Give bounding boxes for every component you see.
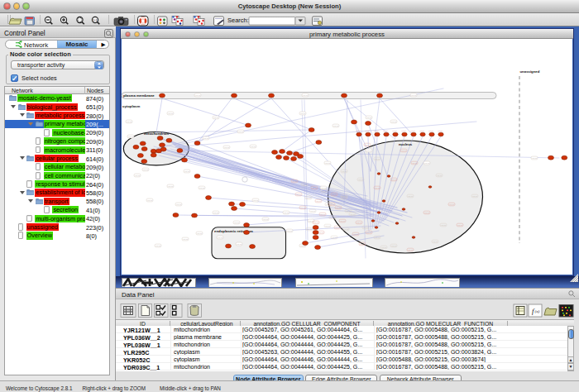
svg-text:Yxx xx: Yxx xx <box>401 150 407 151</box>
svg-text:Yxx xx: Yxx xx <box>366 232 372 233</box>
svg-text:Yxx xx: Yxx xx <box>342 195 347 197</box>
svg-text:Yxx xx: Yxx xx <box>195 94 201 96</box>
svg-text:Yxx xx: Yxx xx <box>366 117 372 118</box>
svg-text:Yxx xx: Yxx xx <box>340 220 346 222</box>
svg-text:Yxx xx: Yxx xx <box>302 184 308 185</box>
svg-text:Yxxxx: Yxxxx <box>383 130 389 131</box>
svg-text:Search:: Search: <box>227 17 249 24</box>
svg-text:Yxx xx: Yxx xx <box>358 179 364 180</box>
svg-text:Yxx xx: Yxx xx <box>412 162 418 164</box>
svg-text:Yxx xx: Yxx xx <box>391 121 397 122</box>
svg-text:Yxx xx: Yxx xx <box>321 187 327 189</box>
svg-text:Yxx xx: Yxx xx <box>391 245 397 246</box>
svg-text:Yxx xx: Yxx xx <box>263 218 269 220</box>
svg-text:Yxx xx: Yxx xx <box>457 224 463 226</box>
svg-text:Yxx xx: Yxx xx <box>408 249 414 251</box>
svg-text:Yxx xx: Yxx xx <box>128 136 134 137</box>
svg-text:(x): (x) <box>535 309 540 313</box>
svg-text:Yxx xx: Yxx xx <box>316 200 322 202</box>
svg-text:Yxx xx: Yxx xx <box>287 230 293 232</box>
svg-text:unassigned: unassigned <box>520 69 540 74</box>
svg-text:cytoplasm: cytoplasm <box>122 104 140 108</box>
svg-text:Yxx xx: Yxx xx <box>330 217 336 218</box>
svg-text:Yxx xx: Yxx xx <box>199 187 205 189</box>
svg-text:Yxx xx: Yxx xx <box>300 207 306 208</box>
svg-text:Yxxxx: Yxxxx <box>428 130 434 131</box>
svg-text:Yxx xx: Yxx xx <box>363 227 369 228</box>
svg-text:Yxx xx: Yxx xx <box>237 243 242 245</box>
svg-text:Yxx xx: Yxx xx <box>318 232 324 233</box>
svg-text:Yxx xx: Yxx xx <box>441 224 447 226</box>
svg-text:Yxx xx: Yxx xx <box>313 222 319 223</box>
svg-text:Yxx xx: Yxx xx <box>284 212 290 213</box>
svg-text:Yxx xx: Yxx xx <box>310 210 316 212</box>
svg-text:Yxx xx: Yxx xx <box>360 243 366 245</box>
svg-text:Yxxxx: Yxxxx <box>392 130 398 131</box>
svg-text:Yxx xx: Yxx xx <box>143 169 149 170</box>
svg-text:Yxx xx: Yxx xx <box>472 195 478 197</box>
svg-text:Yxx xx: Yxx xx <box>366 150 372 151</box>
svg-text:Yxx xx: Yxx xx <box>342 170 347 172</box>
svg-text:Yxx xx: Yxx xx <box>320 213 326 215</box>
svg-text:Yxx xx: Yxx xx <box>449 203 455 205</box>
svg-text:Yxxxx: Yxxxx <box>438 130 443 131</box>
svg-text:Yxx xx: Yxx xx <box>375 158 380 160</box>
svg-text:mitochondrion: mitochondrion <box>144 131 169 136</box>
svg-text:Yxx xx: Yxx xx <box>292 180 298 182</box>
svg-text:Yxx xx: Yxx xx <box>346 210 352 212</box>
svg-text:Yxx xx: Yxx xx <box>300 112 306 114</box>
svg-text:Yxx xx: Yxx xx <box>253 199 259 201</box>
svg-text:Yxx xx: Yxx xx <box>343 228 349 230</box>
svg-text:Yxx xx: Yxx xx <box>234 222 240 223</box>
svg-text:Yxx xx: Yxx xx <box>329 203 335 205</box>
svg-text:Yxx xx: Yxx xx <box>353 233 359 235</box>
svg-text:Yxx xx: Yxx xx <box>127 121 132 122</box>
svg-text:Yxx xx: Yxx xx <box>381 246 387 248</box>
svg-text:Yxx xx: Yxx xx <box>183 238 189 240</box>
svg-text:Yxx xx: Yxx xx <box>176 203 182 205</box>
svg-text:Yxx xx: Yxx xx <box>332 194 337 195</box>
svg-text:Yxx xx: Yxx xx <box>356 222 362 223</box>
svg-text:Yxx xx: Yxx xx <box>296 194 302 195</box>
svg-text:Yxx xx: Yxx xx <box>433 241 438 242</box>
svg-text:Yxxxx: Yxxxx <box>374 130 380 131</box>
svg-text:Yxxxx: Yxxxx <box>356 130 361 131</box>
svg-text:Yxx xx: Yxx xx <box>213 117 219 118</box>
svg-text:Yxx xx: Yxx xx <box>213 212 219 213</box>
svg-text:Yxx xx: Yxx xx <box>350 213 356 215</box>
svg-text:Yxx xx: Yxx xx <box>424 162 430 164</box>
svg-text:Yxxxx: Yxxxx <box>365 130 371 131</box>
svg-text:Yxx xx: Yxx xx <box>218 237 223 238</box>
svg-text:Yxx xx: Yxx xx <box>306 197 312 198</box>
svg-text:Yxx xx: Yxx xx <box>365 144 371 146</box>
svg-text:Yxx xx: Yxx xx <box>333 125 339 127</box>
svg-text:Yxx xx: Yxx xx <box>342 197 347 198</box>
svg-text:Yxx xx: Yxx xx <box>322 190 328 192</box>
svg-text:Yxx xx: Yxx xx <box>424 212 430 213</box>
svg-text:Yxx xx: Yxx xx <box>532 157 538 159</box>
svg-text:Yxx xx: Yxx xx <box>197 232 203 234</box>
svg-text:Yxx xx: Yxx xx <box>303 94 309 96</box>
svg-text:Yxx xx: Yxx xx <box>168 112 174 114</box>
svg-text:Yxx xx: Yxx xx <box>135 174 141 176</box>
svg-text:Yxx xx: Yxx xx <box>168 185 174 187</box>
svg-text:Yxx xx: Yxx xx <box>391 179 397 180</box>
svg-text:Yxx xx: Yxx xx <box>203 137 209 139</box>
svg-text:plasma membrane: plasma membrane <box>123 93 155 98</box>
svg-text:Yxx xx: Yxx xx <box>184 170 190 172</box>
svg-text:Yxx xx: Yxx xx <box>437 174 443 176</box>
svg-text:Yxx xx: Yxx xx <box>336 207 342 208</box>
svg-text:Yxxxx: Yxxxx <box>410 130 416 131</box>
svg-text:Yxx xx: Yxx xx <box>411 94 417 96</box>
svg-text:Yxxxx: Yxxxx <box>419 130 425 131</box>
svg-text:Yxx xx: Yxx xx <box>375 237 380 238</box>
svg-text:Yxx xx: Yxx xx <box>147 199 153 201</box>
svg-text:Yxx xx: Yxx xx <box>251 146 256 147</box>
svg-text:Yxx xx: Yxx xx <box>238 131 244 132</box>
svg-text:Yxx xx: Yxx xx <box>325 162 331 164</box>
svg-text:Yxx xx: Yxx xx <box>156 245 161 246</box>
svg-text:Yxx xx: Yxx xx <box>312 187 318 189</box>
svg-text:Yxx xx: Yxx xx <box>224 146 230 148</box>
svg-text:Yxx xx: Yxx xx <box>335 227 341 228</box>
svg-text:Yxx xx: Yxx xx <box>307 228 313 230</box>
